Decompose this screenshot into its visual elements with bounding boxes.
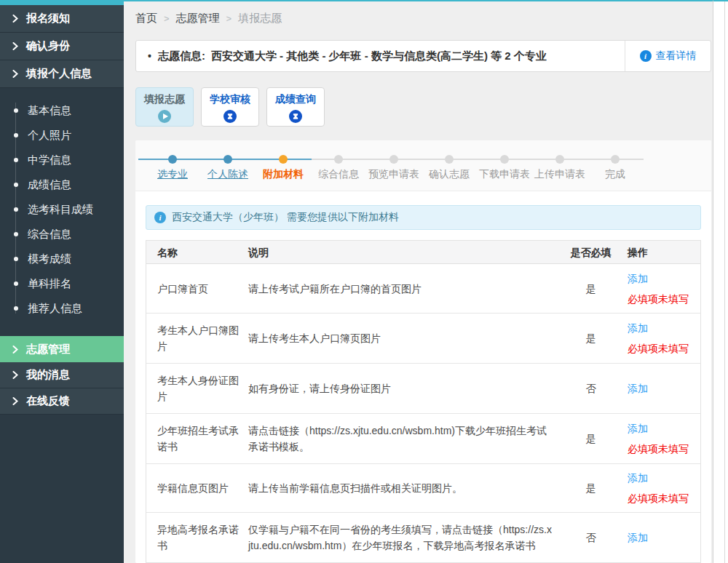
materials-table: 名称 说明 是否必填 操作 户口簿首页请上传考试户籍所在户口簿的首页图片是添加必…: [146, 240, 701, 563]
sidebar-sub-item-5[interactable]: 综合信息: [0, 222, 124, 247]
chevron-right-icon: [12, 42, 19, 50]
sidebar-bottom-item-label: 在线反馈: [26, 394, 70, 408]
table-row: 少年班招生考试承诺书请点击链接（https://zs.xjtu.edu.cn/w…: [146, 414, 700, 464]
tab-0[interactable]: 填报志愿: [135, 87, 194, 127]
sidebar-sub-item-label: 基本信息: [28, 104, 71, 118]
material-name: 少年班招生考试承诺书: [146, 414, 248, 463]
step-label-4: 预览申请表: [368, 168, 419, 181]
bullet-icon: [14, 133, 18, 137]
material-name: 异地高考报名承诺书: [146, 513, 248, 562]
chevron-right-icon: [12, 346, 19, 354]
sidebar-sub-item-4[interactable]: 选考科目成绩: [0, 197, 124, 222]
add-material-link[interactable]: 添加: [628, 271, 648, 287]
add-material-link[interactable]: 添加: [628, 420, 648, 436]
bullet-icon: [14, 282, 18, 286]
chevron-right-icon: [12, 346, 19, 354]
sidebar-bottom-item-2[interactable]: 在线反馈: [0, 388, 124, 415]
sidebar-sub-item-label: 选考科目成绩: [28, 203, 93, 217]
scrollbar-track[interactable]: [713, 0, 728, 563]
material-name: 考生本人身份证图片: [146, 364, 248, 413]
progress-steps-panel: 选专业个人陈述附加材料综合信息预览申请表确认志愿下载申请表上传申请表完成: [135, 140, 711, 191]
sidebar-sub-item-6[interactable]: 模考成绩: [0, 247, 124, 271]
sidebar-sub-item-0[interactable]: 基本信息: [0, 98, 124, 123]
sidebar-sub-group: 基本信息个人照片中学信息成绩信息选考科目成绩综合信息模考成绩单科排名推荐人信息: [0, 88, 124, 327]
bullet-icon: [14, 207, 18, 212]
step-dot-0: [168, 155, 177, 164]
view-details-label: 查看详情: [656, 49, 697, 63]
step-dot-1: [223, 155, 232, 164]
sidebar-sub-item-1[interactable]: 个人照片: [0, 123, 124, 148]
step-dot-6: [500, 155, 509, 164]
material-required: 是: [560, 480, 622, 496]
chevron-right-icon: [12, 397, 19, 405]
hourglass-glyph: [292, 113, 299, 120]
material-description: 请上传当前学籍信息页扫描件或相关证明图片。: [248, 471, 560, 505]
tab-label: 填报志愿: [144, 93, 185, 106]
info-icon: i: [640, 50, 652, 62]
material-actions: 添加必填项未填写: [622, 265, 700, 313]
sidebar-sub-item-7[interactable]: 单科排名: [0, 271, 124, 296]
chevron-right-icon: [12, 70, 19, 78]
add-material-link[interactable]: 添加: [628, 470, 648, 486]
sidebar-sub-item-label: 成绩信息: [28, 178, 71, 192]
step-label-0[interactable]: 选专业: [157, 168, 188, 181]
sidebar-bottom-item-0[interactable]: 志愿管理: [0, 336, 124, 362]
material-required: 是: [560, 330, 622, 346]
header-actions: 操作: [622, 244, 700, 260]
bullet-icon: [14, 257, 18, 261]
summary-value: 西安交通大学 - 其他类 - 少年班 - 数学与信息类(高二学生) 等 2 个专…: [211, 49, 547, 63]
hourglass-icon: [289, 110, 302, 123]
play-icon: [158, 110, 171, 123]
material-name: 户口簿首页: [146, 272, 248, 306]
sidebar-sub-item-8[interactable]: 推荐人信息: [0, 296, 124, 321]
sidebar-nav: 报名须知确认身份填报个人信息 基本信息个人照片中学信息成绩信息选考科目成绩综合信…: [0, 0, 124, 563]
breadcrumb-separator-icon: >: [164, 13, 170, 24]
sidebar-bottom-item-1[interactable]: 我的消息: [0, 362, 124, 388]
bullet-icon: [14, 183, 18, 187]
step-dot-8: [611, 155, 620, 164]
sidebar-top-group: 报名须知确认身份填报个人信息: [0, 5, 124, 88]
material-description: 请上传考生本人户口簿页图片: [248, 322, 560, 355]
breadcrumb-item-1[interactable]: 志愿管理: [176, 12, 220, 25]
view-details-button[interactable]: i 查看详情: [625, 41, 711, 71]
sidebar-item-2[interactable]: 填报个人信息: [0, 60, 124, 88]
sidebar-item-0[interactable]: 报名须知: [0, 5, 124, 33]
step-label-5: 确认志愿: [429, 168, 470, 181]
add-material-link[interactable]: 添加: [628, 320, 648, 336]
step-dot-4: [389, 155, 398, 164]
table-row: 户口簿首页请上传考试户籍所在户口簿的首页图片是添加必填项未填写: [146, 264, 700, 314]
sidebar-bottom-item-label: 志愿管理: [26, 343, 70, 356]
material-actions: 添加必填项未填写: [622, 314, 700, 362]
material-actions: 添加必填项未填写: [622, 415, 700, 463]
bullet-icon: [14, 306, 18, 311]
step-label-1[interactable]: 个人陈述: [207, 168, 248, 181]
bullet-icon: •: [148, 50, 151, 62]
breadcrumb: 首页>志愿管理>填报志愿: [135, 11, 711, 25]
sidebar-item-1[interactable]: 确认身份: [0, 33, 124, 60]
add-material-link[interactable]: 添加: [628, 380, 648, 396]
breadcrumb-item-0[interactable]: 首页: [135, 12, 157, 25]
info-icon: i: [154, 212, 166, 223]
header-description: 说明: [248, 244, 560, 260]
chevron-right-icon: [12, 42, 19, 50]
sidebar-sub-item-label: 中学信息: [28, 153, 71, 167]
bullet-icon: [14, 158, 18, 162]
material-description: 如有身份证，请上传身份证图片: [248, 372, 560, 405]
tab-label: 成绩查询: [275, 93, 316, 106]
sidebar-item-label: 填报个人信息: [26, 67, 92, 81]
sidebar-sub-item-3[interactable]: 成绩信息: [0, 172, 124, 197]
tab-2[interactable]: 成绩查询: [266, 87, 325, 127]
breadcrumb-separator-icon: >: [226, 13, 232, 24]
sidebar-sub-item-2[interactable]: 中学信息: [0, 148, 124, 172]
chevron-right-icon: [12, 15, 19, 23]
material-description: 仅学籍与户籍不在同一省份的考生须填写，请点击链接（https://zs.xjtu…: [248, 513, 560, 562]
table-body: 户口簿首页请上传考试户籍所在户口簿的首页图片是添加必填项未填写考生本人户口簿图片…: [146, 264, 700, 562]
table-row: 学籍信息页图片请上传当前学籍信息页扫描件或相关证明图片。是添加必填项未填写: [146, 464, 700, 513]
sidebar-bottom-item-label: 我的消息: [26, 368, 70, 382]
step-dot-5: [445, 155, 454, 164]
tab-1[interactable]: 学校审核: [201, 87, 259, 127]
table-row: 异地高考报名承诺书仅学籍与户籍不在同一省份的考生须填写，请点击链接（https:…: [146, 513, 700, 562]
add-material-link[interactable]: 添加: [628, 530, 648, 546]
chevron-right-icon: [12, 371, 19, 379]
sidebar-top-accent: [0, 0, 124, 5]
